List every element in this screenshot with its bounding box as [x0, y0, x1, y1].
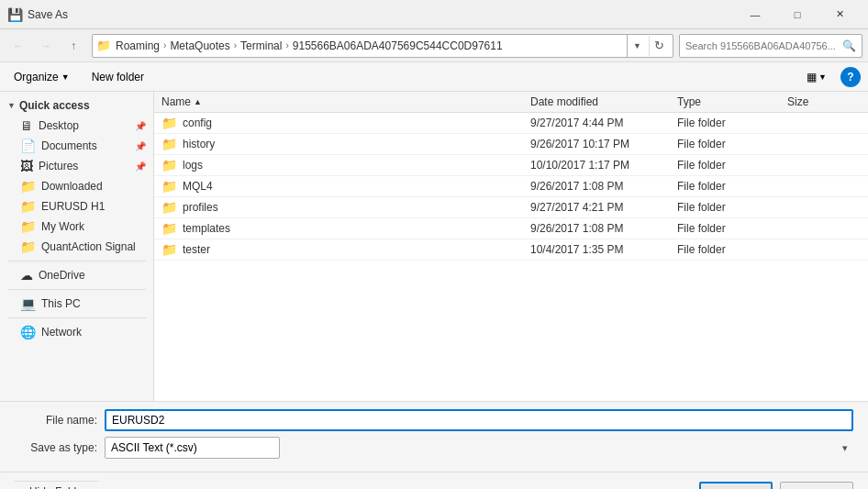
- file-name-cell: 📁 templates: [161, 221, 530, 236]
- title-bar: 💾 Save As — □ ✕: [0, 0, 868, 29]
- pin-icon: 📌: [135, 121, 146, 131]
- col-name[interactable]: Name ▲: [161, 95, 530, 108]
- main-area: ▼ Quick access 🖥 Desktop 📌 📄 Documents 📌…: [0, 92, 868, 401]
- breadcrumb-metaquotes[interactable]: MetaQuotes: [170, 39, 229, 52]
- refresh-button[interactable]: ↻: [649, 36, 669, 56]
- desktop-label: Desktop: [39, 119, 79, 132]
- cancel-button[interactable]: Cancel: [780, 482, 853, 489]
- file-rows-container: 📁 config 9/27/2017 4:44 PM File folder 📁…: [154, 113, 868, 261]
- file-type: File folder: [677, 159, 787, 172]
- sidebar-item-pictures[interactable]: 🖼 Pictures 📌: [0, 156, 153, 176]
- col-date[interactable]: Date modified: [530, 95, 677, 108]
- new-folder-button[interactable]: New folder: [83, 67, 152, 87]
- folder-icon: 📁: [96, 39, 111, 52]
- sidebar-item-desktop[interactable]: 🖥 Desktop 📌: [0, 116, 153, 136]
- file-list-area: Name ▲ Date modified Type Size 📁 config …: [154, 92, 868, 401]
- downloaded-icon: 📁: [20, 179, 36, 194]
- onedrive-label: OneDrive: [39, 269, 85, 282]
- table-row[interactable]: 📁 templates 9/26/2017 1:08 PM File folde…: [154, 218, 868, 239]
- table-row[interactable]: 📁 history 9/26/2017 10:17 PM File folder: [154, 134, 868, 155]
- search-bar[interactable]: 🔍: [679, 34, 862, 58]
- pictures-icon: 🖼: [20, 159, 33, 173]
- folder-icon: 📁: [161, 221, 177, 236]
- file-date: 9/27/2017 4:21 PM: [530, 201, 677, 214]
- sort-arrow-icon: ▲: [194, 97, 202, 106]
- col-size[interactable]: Size: [787, 95, 861, 108]
- table-row[interactable]: 📁 config 9/27/2017 4:44 PM File folder: [154, 113, 868, 134]
- table-row[interactable]: 📁 profiles 9/27/2017 4:21 PM File folder: [154, 197, 868, 218]
- file-name: logs: [183, 159, 203, 172]
- documents-icon: 📄: [20, 139, 36, 153]
- save-button[interactable]: Save: [699, 482, 773, 489]
- desktop-icon: 🖥: [20, 118, 33, 133]
- organize-button[interactable]: Organize ▼: [7, 67, 76, 87]
- col-type[interactable]: Type: [677, 95, 787, 108]
- breadcrumb-roaming[interactable]: Roaming: [116, 39, 160, 52]
- file-name-cell: 📁 config: [161, 116, 530, 130]
- close-button[interactable]: ✕: [818, 0, 861, 29]
- up-button[interactable]: ↑: [61, 33, 86, 59]
- file-type: File folder: [677, 222, 787, 235]
- table-row[interactable]: 📁 MQL4 9/26/2017 1:08 PM File folder: [154, 176, 868, 197]
- mywork-label: My Work: [41, 220, 84, 233]
- search-input[interactable]: [685, 40, 839, 51]
- file-date: 9/26/2017 1:08 PM: [530, 222, 677, 235]
- documents-label: Documents: [41, 139, 97, 152]
- breadcrumb-terminal[interactable]: Terminal: [240, 39, 282, 52]
- sidebar-item-onedrive[interactable]: ☁ OneDrive: [0, 265, 153, 285]
- filetype-select-wrapper: ASCII Text (*.csv)MetaTrader History Cen…: [105, 437, 853, 459]
- back-button[interactable]: ←: [6, 33, 31, 59]
- sidebar-item-network[interactable]: 🌐 Network: [0, 322, 153, 342]
- file-name-cell: 📁 MQL4: [161, 179, 530, 194]
- address-dropdown[interactable]: ▼: [627, 35, 647, 57]
- file-name: templates: [183, 222, 230, 235]
- file-name-cell: 📁 history: [161, 137, 530, 151]
- onedrive-icon: ☁: [20, 268, 33, 283]
- file-name-cell: 📁 tester: [161, 242, 530, 257]
- bottom-panel: File name: Save as type: ASCII Text (*.c…: [0, 401, 868, 472]
- view-icon: ▦: [807, 71, 817, 83]
- sidebar-item-thispc[interactable]: 💻 This PC: [0, 294, 153, 314]
- hide-folders-toggle[interactable]: ▲ Hide Folders: [15, 481, 99, 490]
- minimize-button[interactable]: —: [734, 0, 776, 29]
- quantaction-label: QuantAction Signal: [41, 240, 136, 253]
- breadcrumb-id[interactable]: 915566BA06ADA407569C544CC0D97611: [293, 39, 503, 52]
- eurusd-label: EURUSD H1: [41, 200, 105, 213]
- sidebar-item-downloaded[interactable]: 📁 Downloaded: [0, 176, 153, 196]
- toolbar: ← → ↑ 📁 Roaming › MetaQuotes › Terminal …: [0, 29, 868, 62]
- sidebar-item-documents[interactable]: 📄 Documents 📌: [0, 136, 153, 156]
- quick-access-label: Quick access: [19, 99, 90, 112]
- downloaded-label: Downloaded: [41, 180, 103, 193]
- sidebar-item-mywork[interactable]: 📁 My Work: [0, 217, 153, 237]
- breadcrumb: 📁 Roaming › MetaQuotes › Terminal › 9155…: [96, 39, 627, 52]
- folder-icon: 📁: [161, 242, 177, 257]
- sidebar-item-eurusd[interactable]: 📁 EURUSD H1: [0, 196, 153, 217]
- filename-input[interactable]: [105, 409, 853, 431]
- help-button[interactable]: ?: [840, 67, 861, 87]
- file-type: File folder: [677, 201, 787, 214]
- thispc-icon: 💻: [20, 296, 36, 311]
- table-row[interactable]: 📁 logs 10/10/2017 1:17 PM File folder: [154, 155, 868, 176]
- filetype-select[interactable]: ASCII Text (*.csv)MetaTrader History Cen…: [105, 437, 280, 459]
- folder-icon: 📁: [161, 116, 177, 130]
- filetype-label: Save as type:: [15, 441, 97, 454]
- sidebar: ▼ Quick access 🖥 Desktop 📌 📄 Documents 📌…: [0, 92, 154, 401]
- file-type: File folder: [677, 180, 787, 193]
- address-bar[interactable]: 📁 Roaming › MetaQuotes › Terminal › 9155…: [92, 34, 673, 58]
- network-icon: 🌐: [20, 325, 36, 339]
- file-type: File folder: [677, 117, 787, 129]
- forward-button[interactable]: →: [33, 33, 59, 59]
- table-row[interactable]: 📁 tester 10/4/2017 1:35 PM File folder: [154, 239, 868, 261]
- secondary-toolbar: Organize ▼ New folder ▦ ▼ ?: [0, 62, 868, 92]
- file-date: 9/26/2017 1:08 PM: [530, 180, 677, 193]
- file-name: profiles: [183, 201, 218, 214]
- view-chevron-icon: ▼: [818, 72, 827, 82]
- quick-access-header[interactable]: ▼ Quick access: [0, 95, 153, 116]
- mywork-icon: 📁: [20, 219, 36, 234]
- maximize-button[interactable]: □: [776, 0, 818, 29]
- filename-label: File name:: [15, 414, 97, 427]
- sidebar-item-quantaction[interactable]: 📁 QuantAction Signal: [0, 237, 153, 257]
- view-button[interactable]: ▦ ▼: [800, 67, 833, 87]
- filetype-row: Save as type: ASCII Text (*.csv)MetaTrad…: [15, 437, 853, 459]
- file-name: history: [183, 138, 215, 150]
